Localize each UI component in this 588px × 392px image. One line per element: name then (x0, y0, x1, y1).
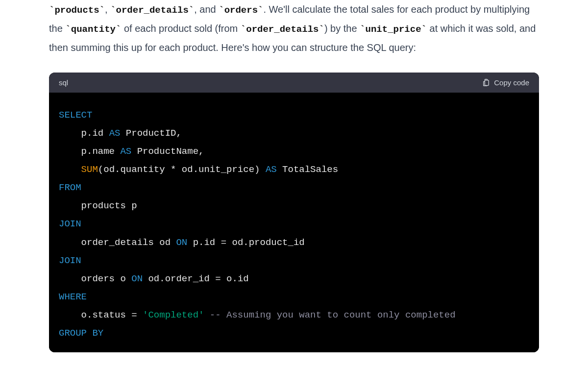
explanation-paragraph: `products`, `order_details`, and `orders… (49, 0, 539, 57)
sql-keyword-join: JOIN (59, 255, 81, 266)
sql-keyword-where: WHERE (59, 292, 87, 302)
sql-text: od.order_id = o.id (143, 273, 249, 284)
code-body[interactable]: SELECT p.id AS ProductID, p.name AS Prod… (49, 93, 539, 352)
inline-code-quantity: `quantity` (65, 24, 121, 35)
sql-indent (59, 164, 81, 175)
inline-code-order-details: `order_details` (110, 5, 194, 16)
code-block-header: sql Copy code (49, 73, 539, 93)
copy-code-button[interactable]: Copy code (482, 78, 529, 87)
sql-text: ProductName, (131, 146, 204, 157)
sql-text: p.id (59, 128, 109, 139)
inline-code-products: `products` (49, 5, 105, 16)
sql-text: o.status = (59, 310, 143, 320)
sql-keyword-on: ON (176, 237, 187, 248)
sql-text: order_details od (59, 237, 176, 248)
code-language-label: sql (59, 78, 68, 87)
sql-keyword-on: ON (131, 273, 143, 284)
sql-keyword-select: SELECT (59, 110, 92, 121)
sql-text: p.id = od.product_id (187, 237, 304, 248)
code-block: sql Copy code SELECT p.id AS ProductID, … (49, 73, 539, 352)
sql-text: orders o (59, 273, 131, 284)
sql-text: TotalSales (277, 164, 338, 175)
clipboard-icon (482, 79, 490, 87)
sql-text: p.name (59, 146, 120, 157)
sql-keyword-join: JOIN (59, 219, 81, 229)
sql-function-sum: SUM (81, 164, 98, 175)
sql-text (204, 310, 209, 320)
inline-code-order-details-2: `order_details` (241, 24, 324, 35)
copy-code-label: Copy code (494, 78, 529, 87)
sql-text: ProductID, (120, 128, 181, 139)
sql-comment: -- Assuming you want to count only compl… (210, 310, 456, 320)
sql-string-literal: 'Completed' (143, 310, 204, 320)
prose-text: ) by the (324, 23, 360, 34)
sql-keyword-as: AS (266, 164, 277, 175)
prose-text: , and (194, 4, 219, 15)
svg-rect-0 (485, 80, 489, 85)
inline-code-orders: `orders` (219, 5, 263, 16)
prose-text: , (105, 4, 110, 15)
sql-keyword-group-by: GROUP BY (59, 328, 103, 339)
prose-text: of each product sold (from (121, 23, 240, 34)
sql-text: products p (59, 200, 137, 211)
sql-keyword-as: AS (109, 128, 121, 139)
inline-code-unit-price: `unit_price` (360, 24, 427, 35)
sql-text: (od.quantity * od.unit_price) (98, 164, 266, 175)
sql-keyword-from: FROM (59, 182, 81, 193)
sql-keyword-as: AS (120, 146, 131, 157)
